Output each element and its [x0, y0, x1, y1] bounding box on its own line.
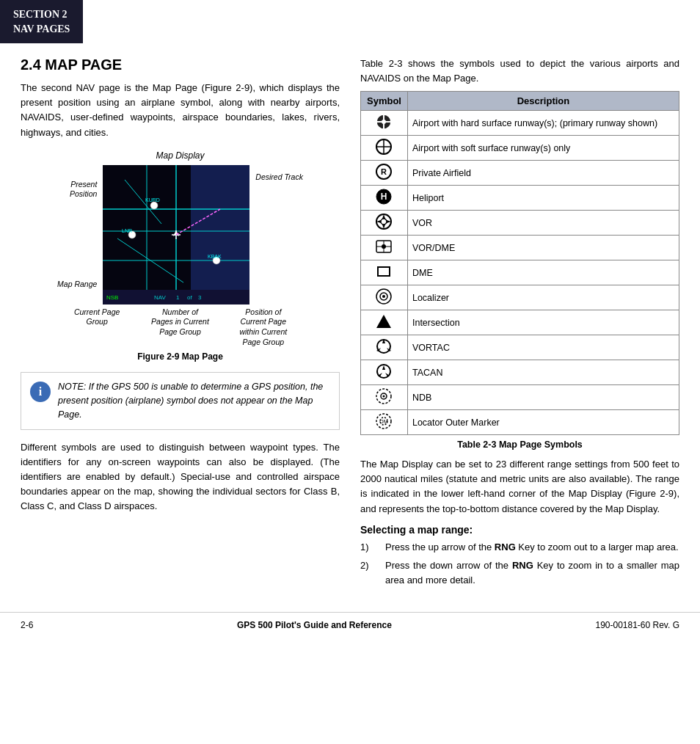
body-paragraph-2: Different symbols are used to distinguis… — [21, 440, 340, 514]
step-text: Press the down arrow of the RNG Key to z… — [385, 558, 679, 587]
description-cell-private_airfield: Private Airfield — [407, 161, 679, 186]
current-page-group-label: Current Page Group — [68, 307, 126, 348]
steps-list: 1)Press the up arrow of the RNG Key to z… — [360, 540, 679, 588]
number-of-pages-label: Number of Pages in Current Page Group — [150, 307, 209, 348]
footer-left: 2-6 — [21, 620, 33, 630]
step-item: 2)Press the down arrow of the RNG Key to… — [360, 558, 679, 587]
note-text: NOTE: If the GPS 500 is unable to determ… — [58, 380, 330, 421]
symbol-table: Symbol Description Airport with hard sur… — [360, 91, 679, 435]
step-number: 1) — [360, 540, 376, 555]
svg-text:NAV: NAV — [154, 294, 167, 301]
svg-point-9 — [150, 202, 158, 209]
figure-area: Map Display PresentPosition Map Range — [21, 150, 340, 362]
description-cell-airport_soft: Airport with soft surface runway(s) only — [407, 136, 679, 161]
svg-text:3: 3 — [198, 294, 202, 301]
map-range-label: Map Range — [57, 280, 97, 290]
svg-marker-56 — [382, 365, 385, 370]
svg-text:H: H — [381, 192, 387, 202]
diagram-outer: PresentPosition Map Range — [21, 165, 340, 348]
description-cell-localizer: Localizer — [407, 285, 679, 310]
svg-rect-46 — [378, 267, 390, 276]
symbol-cell-dme — [361, 260, 408, 285]
symbol-cell-intersection — [361, 310, 408, 335]
step-item: 1)Press the up arrow of the RNG Key to z… — [360, 540, 679, 555]
table-intro: Table 2-3 shows the symbols used to depi… — [360, 56, 679, 85]
selecting-title: Selecting a map range: — [360, 524, 679, 536]
svg-text:KURD: KURD — [145, 197, 160, 203]
svg-text:OM: OM — [380, 419, 388, 424]
symbol-cell-localizer — [361, 285, 408, 310]
section-header: SECTION 2 NAV PAGES — [0, 0, 83, 43]
description-cell-vor_dme: VOR/DME — [407, 236, 679, 260]
description-cell-dme: DME — [407, 260, 679, 285]
symbol-cell-locator_outer: OM — [361, 410, 408, 435]
footer-center: GPS 500 Pilot's Guide and Reference — [237, 620, 392, 630]
description-cell-tacan: TACAN — [407, 360, 679, 385]
left-column: 2.4 MAP PAGE The second NAV page is the … — [21, 56, 340, 591]
svg-text:R: R — [382, 167, 387, 176]
left-labels: PresentPosition Map Range — [57, 165, 97, 304]
note-icon: i — [30, 382, 51, 402]
description-col-header: Description — [407, 92, 679, 111]
section-title: 2.4 MAP PAGE — [21, 56, 340, 73]
symbol-cell-vortac — [361, 335, 408, 360]
desired-track-label: Desired Track — [255, 172, 303, 183]
right-column: Table 2-3 shows the symbols used to depi… — [360, 56, 679, 591]
symbol-cell-tacan — [361, 360, 408, 385]
svg-point-45 — [382, 244, 386, 249]
description-cell-ndb: NDB — [407, 385, 679, 410]
svg-point-37 — [381, 219, 387, 225]
right-labels: Desired Track — [255, 165, 303, 304]
symbol-cell-ndb — [361, 385, 408, 410]
symbol-cell-airport_soft — [361, 136, 408, 161]
description-cell-vortac: VORTAC — [407, 335, 679, 360]
table-caption: Table 2-3 Map Page Symbols — [360, 440, 679, 450]
position-of-current-label: Position of Current Page within Current … — [234, 307, 293, 348]
svg-text:1: 1 — [176, 294, 180, 301]
description-cell-airport_hard: Airport with hard surface runway(s); (pr… — [407, 111, 679, 136]
description-cell-locator_outer: Locator Outer Marker — [407, 410, 679, 435]
figure-caption: Figure 2-9 Map Page — [21, 351, 340, 362]
map-image: KURD LNR KBAK NSB NAV 1 of 3 — [103, 165, 249, 304]
diagram-row: PresentPosition Map Range — [57, 165, 303, 304]
symbol-cell-airport_hard — [361, 111, 408, 136]
symbol-cell-private_airfield: R — [361, 161, 408, 186]
svg-text:KBAK: KBAK — [208, 254, 222, 259]
map-display-label: Map Display — [21, 150, 340, 161]
map-display-para: The Map Display can be set to 23 differe… — [360, 457, 679, 517]
header-line1: SECTION 2 — [13, 7, 70, 22]
svg-rect-1 — [191, 165, 249, 304]
note-box: i NOTE: If the GPS 500 is unable to dete… — [21, 372, 340, 429]
symbol-cell-vor_dme — [361, 236, 408, 260]
svg-text:of: of — [187, 294, 192, 301]
symbol-cell-vor — [361, 211, 408, 236]
description-cell-heliport: Heliport — [407, 186, 679, 211]
step-number: 2) — [360, 558, 376, 587]
svg-point-61 — [383, 395, 385, 398]
description-cell-intersection: Intersection — [407, 310, 679, 335]
bottom-labels: Current Page Group Number of Pages in Cu… — [56, 307, 305, 348]
step-text: Press the up arrow of the RNG Key to zoo… — [385, 540, 679, 555]
present-position-label: PresentPosition — [57, 180, 97, 200]
description-cell-vor: VOR — [407, 211, 679, 236]
footer-right: 190-00181-60 Rev. G — [595, 620, 679, 630]
intro-paragraph: The second NAV page is the Map Page (Fig… — [21, 81, 340, 140]
svg-marker-50 — [376, 315, 391, 328]
page-footer: 2-6 GPS 500 Pilot's Guide and Reference … — [0, 612, 700, 638]
svg-point-28 — [382, 120, 386, 124]
symbol-col-header: Symbol — [361, 92, 408, 111]
svg-text:NSB: NSB — [106, 294, 118, 301]
svg-point-49 — [382, 295, 385, 298]
svg-text:LNR: LNR — [122, 228, 132, 233]
header-line2: NAV PAGES — [13, 22, 70, 37]
symbol-cell-heliport: H — [361, 186, 408, 211]
